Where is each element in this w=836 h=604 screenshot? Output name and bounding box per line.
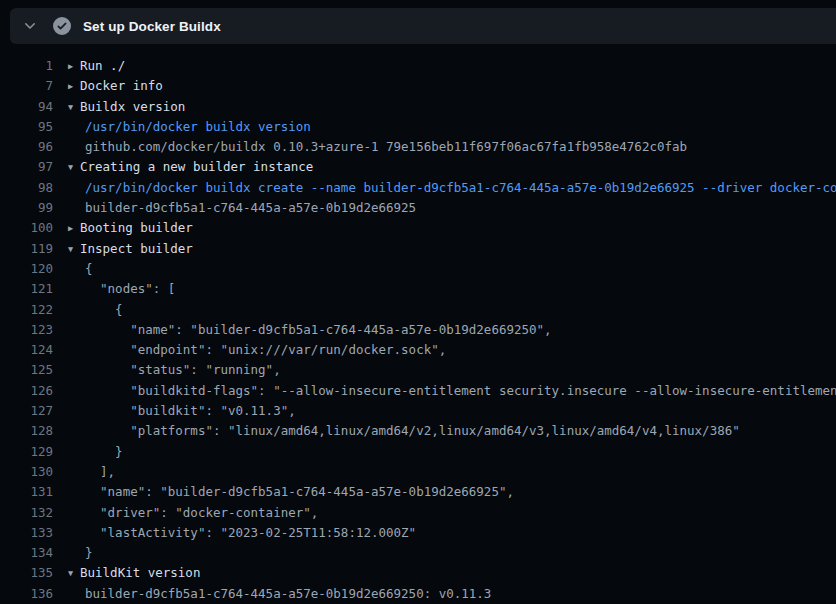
log-line: 125 "status": "running", xyxy=(0,360,836,380)
log-line: 130 ], xyxy=(0,462,836,482)
log-group-toggle[interactable]: ▼Buildx version xyxy=(53,97,836,117)
line-number[interactable]: 132 xyxy=(0,503,53,523)
triangle-down-icon[interactable]: ▼ xyxy=(68,157,80,177)
log-group-title: Creating a new builder instance xyxy=(80,159,313,174)
log-group-toggle[interactable]: ▼BuildKit version xyxy=(53,563,836,583)
log-group-toggle[interactable]: ▶Run ./ xyxy=(53,56,836,76)
line-number[interactable]: 120 xyxy=(0,259,53,279)
log-line: 124 "endpoint": "unix:///var/run/docker.… xyxy=(0,340,836,360)
log-group-title: Inspect builder xyxy=(80,241,193,256)
line-number[interactable]: 119 xyxy=(0,239,53,259)
log-line: 100▶Booting builder xyxy=(0,218,836,238)
log-line: 94▼Buildx version xyxy=(0,97,836,117)
log-line: 123 "name": "builder-d9cfb5a1-c764-445a-… xyxy=(0,320,836,340)
triangle-right-icon[interactable]: ▶ xyxy=(68,76,80,96)
log-line: 133 "lastActivity": "2023-02-25T11:58:12… xyxy=(0,523,836,543)
log-group-toggle[interactable]: ▶Docker info xyxy=(53,76,836,96)
log-group-title: Run ./ xyxy=(80,58,125,73)
line-number[interactable]: 136 xyxy=(0,584,53,604)
log-group-title: Buildx version xyxy=(80,99,185,114)
line-number[interactable]: 121 xyxy=(0,279,53,299)
log-line: 131 "name": "builder-d9cfb5a1-c764-445a-… xyxy=(0,482,836,502)
line-number[interactable]: 131 xyxy=(0,482,53,502)
line-number[interactable]: 124 xyxy=(0,340,53,360)
log-output-text: ], xyxy=(53,462,836,482)
line-number[interactable]: 96 xyxy=(0,137,53,157)
log-group-title: Docker info xyxy=(80,78,163,93)
log-line: 132 "driver": "docker-container", xyxy=(0,503,836,523)
log-line: 1▶Run ./ xyxy=(0,56,836,76)
log-output-text: "status": "running", xyxy=(53,360,836,380)
log-output-text: { xyxy=(53,259,836,279)
log-line: 126 "buildkitd-flags": "--allow-insecure… xyxy=(0,381,836,401)
log-group-title: BuildKit version xyxy=(80,565,200,580)
line-number[interactable]: 122 xyxy=(0,300,53,320)
log-output-text: "name": "builder-d9cfb5a1-c764-445a-a57e… xyxy=(53,320,836,340)
line-number[interactable]: 127 xyxy=(0,401,53,421)
log-line: 135▼BuildKit version xyxy=(0,563,836,583)
log-output-text: { xyxy=(53,300,836,320)
line-number[interactable]: 126 xyxy=(0,381,53,401)
log-line: 129 } xyxy=(0,442,836,462)
log-output-text: } xyxy=(53,543,836,563)
line-number[interactable]: 123 xyxy=(0,320,53,340)
log-output-text: "buildkit": "v0.11.3", xyxy=(53,401,836,421)
log-line: 95/usr/bin/docker buildx version xyxy=(0,117,836,137)
log-line: 97▼Creating a new builder instance xyxy=(0,157,836,177)
log-command-text: /usr/bin/docker buildx version xyxy=(53,117,836,137)
triangle-down-icon[interactable]: ▼ xyxy=(68,239,80,259)
log-line: 119▼Inspect builder xyxy=(0,239,836,259)
check-circle-icon xyxy=(53,17,71,35)
log-output: 1▶Run ./7▶Docker info94▼Buildx version95… xyxy=(0,44,836,604)
log-group-toggle[interactable]: ▼Inspect builder xyxy=(53,239,836,259)
log-line: 122 { xyxy=(0,300,836,320)
line-number[interactable]: 95 xyxy=(0,117,53,137)
log-output-text: builder-d9cfb5a1-c764-445a-a57e-0b19d2e6… xyxy=(53,198,836,218)
line-number[interactable]: 128 xyxy=(0,421,53,441)
step-header[interactable]: Set up Docker Buildx xyxy=(10,8,836,44)
line-number[interactable]: 98 xyxy=(0,178,53,198)
log-command-text: /usr/bin/docker buildx create --name bui… xyxy=(53,178,836,198)
log-group-toggle[interactable]: ▼Creating a new builder instance xyxy=(53,157,836,177)
log-line: 134} xyxy=(0,543,836,563)
log-line: 127 "buildkit": "v0.11.3", xyxy=(0,401,836,421)
triangle-down-icon[interactable]: ▼ xyxy=(68,563,80,583)
triangle-down-icon[interactable]: ▼ xyxy=(68,97,80,117)
log-group-title: Booting builder xyxy=(80,220,193,235)
log-output-text: "lastActivity": "2023-02-25T11:58:12.000… xyxy=(53,523,836,543)
line-number[interactable]: 135 xyxy=(0,563,53,583)
log-line: 136builder-d9cfb5a1-c764-445a-a57e-0b19d… xyxy=(0,584,836,604)
log-group-toggle[interactable]: ▶Booting builder xyxy=(53,218,836,238)
triangle-right-icon[interactable]: ▶ xyxy=(68,218,80,238)
log-output-text: "nodes": [ xyxy=(53,279,836,299)
log-line: 128 "platforms": "linux/amd64,linux/amd6… xyxy=(0,421,836,441)
line-number[interactable]: 134 xyxy=(0,543,53,563)
log-output-text: builder-d9cfb5a1-c764-445a-a57e-0b19d2e6… xyxy=(53,584,836,604)
log-line: 99builder-d9cfb5a1-c764-445a-a57e-0b19d2… xyxy=(0,198,836,218)
log-output-text: github.com/docker/buildx 0.10.3+azure-1 … xyxy=(53,137,836,157)
log-output-text: "endpoint": "unix:///var/run/docker.sock… xyxy=(53,340,836,360)
line-number[interactable]: 129 xyxy=(0,442,53,462)
line-number[interactable]: 99 xyxy=(0,198,53,218)
log-output-text: } xyxy=(53,442,836,462)
log-line: 7▶Docker info xyxy=(0,76,836,96)
triangle-right-icon[interactable]: ▶ xyxy=(68,56,80,76)
line-number[interactable]: 1 xyxy=(0,56,53,76)
log-line: 120{ xyxy=(0,259,836,279)
log-output-text: "driver": "docker-container", xyxy=(53,503,836,523)
line-number[interactable]: 94 xyxy=(0,97,53,117)
log-line: 121 "nodes": [ xyxy=(0,279,836,299)
line-number[interactable]: 7 xyxy=(0,76,53,96)
log-line: 96github.com/docker/buildx 0.10.3+azure-… xyxy=(0,137,836,157)
log-line: 98/usr/bin/docker buildx create --name b… xyxy=(0,178,836,198)
line-number[interactable]: 125 xyxy=(0,360,53,380)
step-title: Set up Docker Buildx xyxy=(83,19,221,34)
line-number[interactable]: 97 xyxy=(0,157,53,177)
log-output-text: "platforms": "linux/amd64,linux/amd64/v2… xyxy=(53,421,836,441)
line-number[interactable]: 133 xyxy=(0,523,53,543)
line-number[interactable]: 100 xyxy=(0,218,53,238)
line-number[interactable]: 130 xyxy=(0,462,53,482)
log-output-text: "name": "builder-d9cfb5a1-c764-445a-a57e… xyxy=(53,482,836,502)
chevron-down-icon[interactable] xyxy=(22,18,38,34)
log-output-text: "buildkitd-flags": "--allow-insecure-ent… xyxy=(53,381,836,401)
